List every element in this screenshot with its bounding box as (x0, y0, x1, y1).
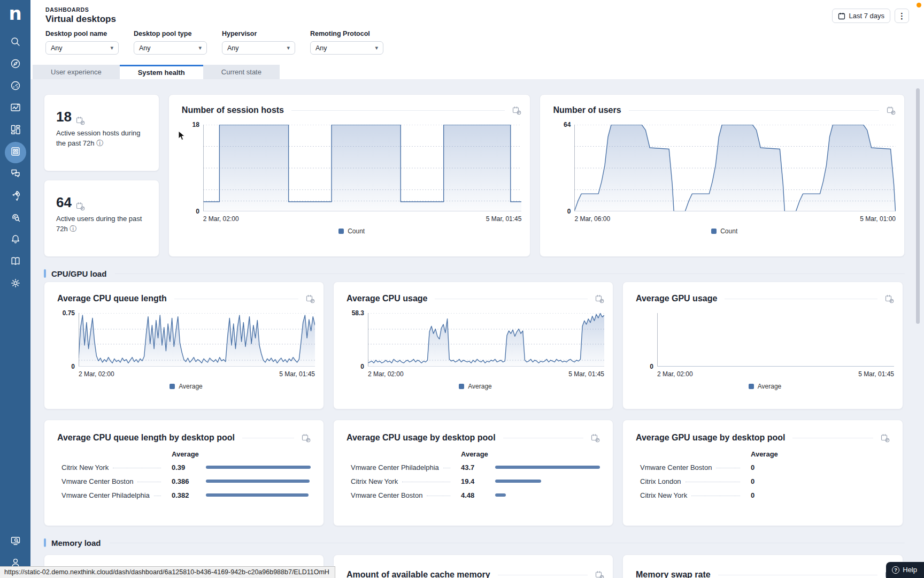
sidebar-item-explore[interactable] (5, 54, 26, 75)
schedule-icon[interactable] (591, 434, 600, 443)
chart-legend: Count (553, 227, 896, 235)
table-row: Citrix London0 (636, 474, 890, 488)
row-value: 4.48 (461, 491, 489, 499)
kebab-menu-button[interactable]: ⋮ (895, 9, 909, 23)
sidebar-item-alerts[interactable] (5, 230, 26, 251)
dashboard-icon (10, 146, 21, 159)
row-value: 0.382 (172, 491, 199, 499)
chart-title: Average CPU usage (346, 294, 427, 303)
compass-icon (10, 58, 21, 72)
kpi-value: 64 (56, 194, 72, 211)
table-row: Vmware Center Boston0 (636, 460, 890, 474)
row-value: 43.7 (461, 463, 489, 471)
kpi-active-session-hosts: 18 Active session hosts during the past … (44, 94, 159, 171)
header-actions: Last 7 days ⋮ (832, 9, 910, 23)
card-avg-cpu-usage: Average CPU usage 58.30 2 Mar, 02:005 Ma… (333, 282, 613, 409)
time-range-label: Last 7 days (849, 12, 885, 20)
card-memory-swap-rate: Memory swap rate (622, 554, 903, 578)
y-axis-min: 0 (71, 363, 75, 370)
scrollbar-thumb[interactable] (916, 88, 920, 324)
x-axis-end: 5 Mar, 01:45 (279, 370, 315, 378)
card-number-of-session-hosts: Number of session hosts 180 2 Mar, 02:00… (168, 94, 531, 257)
table-row: Vmware Center Philadelphia0.382 (57, 488, 311, 502)
column-header: Average (461, 450, 489, 458)
dotted-leader (686, 482, 740, 482)
value-bar (206, 480, 310, 483)
chart-title: Number of users (553, 105, 621, 115)
row-value: 0 (751, 477, 779, 485)
desktop-pool-type-select[interactable]: Any▾ (134, 41, 207, 55)
tab-user-experience[interactable]: User experience (33, 65, 120, 79)
breadcrumb: DASHBOARDS (45, 6, 89, 13)
chart-title: Memory swap rate (636, 570, 711, 578)
filter-label: Hypervisor (222, 30, 295, 37)
info-icon[interactable]: ⓘ (96, 139, 103, 147)
column-header: Average (751, 450, 779, 458)
y-axis-max: 64 (564, 121, 571, 128)
sidebar-item-applications[interactable] (5, 120, 26, 141)
filter-label: Desktop pool name (45, 30, 119, 37)
section-accent-bar (44, 269, 46, 278)
sidebar-item-engage[interactable] (5, 164, 26, 185)
dotted-leader (402, 482, 450, 482)
device-search-icon (10, 535, 21, 549)
schedule-icon[interactable] (885, 294, 894, 303)
chevron-down-icon: ▾ (110, 44, 113, 51)
sidebar-item-monitoring[interactable] (5, 98, 26, 119)
time-range-button[interactable]: Last 7 days (832, 9, 891, 23)
schedule-icon[interactable] (512, 106, 521, 115)
schedule-icon[interactable] (881, 434, 890, 443)
nexthink-logo[interactable]: n (9, 4, 21, 22)
divider (110, 543, 905, 543)
legend-swatch (711, 229, 717, 234)
x-axis-start: 2 Mar, 02:00 (79, 370, 114, 378)
sidebar-item-settings[interactable] (5, 273, 26, 295)
users-chart (574, 125, 896, 211)
chart-title: Average GPU usage (636, 294, 717, 303)
desktop-pool-name-select[interactable]: Any▾ (45, 41, 119, 55)
card-available-cache-memory: Amount of available cache memory (333, 554, 613, 578)
table-row: Citrix New York0 (636, 488, 890, 502)
row-value: 0 (751, 491, 779, 499)
sidebar-item-search[interactable] (5, 32, 26, 54)
divider (725, 299, 877, 299)
x-axis-start: 2 Mar, 02:00 (368, 370, 404, 378)
chart-title: Average CPU queue length by desktop pool (57, 433, 235, 443)
x-axis-start: 2 Mar, 06:00 (574, 215, 610, 223)
schedule-icon[interactable] (595, 294, 604, 303)
sidebar-item-launch[interactable] (5, 186, 26, 207)
legend-swatch (749, 384, 754, 389)
kpi-active-users: 64 Active users during the past 72h ⓘ (44, 180, 159, 257)
layout-grid-icon (10, 124, 21, 138)
help-button[interactable]: ?Help (886, 562, 924, 578)
chart-title: Average GPU usage by desktop pool (636, 433, 785, 443)
chart-title: Number of session hosts (182, 105, 284, 115)
gauge-icon (10, 80, 21, 94)
schedule-icon (76, 198, 85, 207)
divider (115, 273, 905, 274)
schedule-icon[interactable] (302, 434, 311, 443)
card-avg-cpu-queue-length: Average CPU queue length 0.750 2 Mar, 02… (44, 282, 324, 409)
hypervisor-select[interactable]: Any▾ (222, 41, 295, 55)
value-bar (206, 493, 309, 497)
dotted-leader (427, 496, 450, 496)
sidebar-item-overview[interactable] (5, 76, 26, 97)
info-icon[interactable]: ⓘ (70, 225, 76, 233)
sidebar-item-investigate[interactable] (5, 208, 26, 229)
sidebar-item-library[interactable] (5, 252, 26, 273)
monitor-pulse-icon (10, 102, 21, 116)
tab-system-health[interactable]: System health (120, 65, 203, 79)
schedule-icon[interactable] (595, 571, 604, 578)
card-gpu-usage-by-pool: Average GPU usage by desktop pool Averag… (622, 420, 903, 526)
kpi-label: Active users during the past 72h ⓘ (56, 214, 147, 234)
remoting-protocol-select[interactable]: Any▾ (310, 41, 383, 55)
schedule-icon[interactable] (306, 294, 315, 303)
sidebar-item-device-search[interactable] (5, 531, 26, 552)
schedule-icon[interactable] (887, 106, 896, 115)
sidebar-item-dashboards[interactable] (5, 142, 26, 163)
cpu-usage-chart (368, 313, 604, 367)
tab-current-state[interactable]: Current state (203, 65, 280, 79)
link-preview-statusbar: https://static-02.demo.nexthink.cloud/da… (0, 566, 335, 578)
table-row: Citrix New York19.4 (346, 474, 600, 488)
section-memory-load: Memory load (44, 535, 905, 551)
